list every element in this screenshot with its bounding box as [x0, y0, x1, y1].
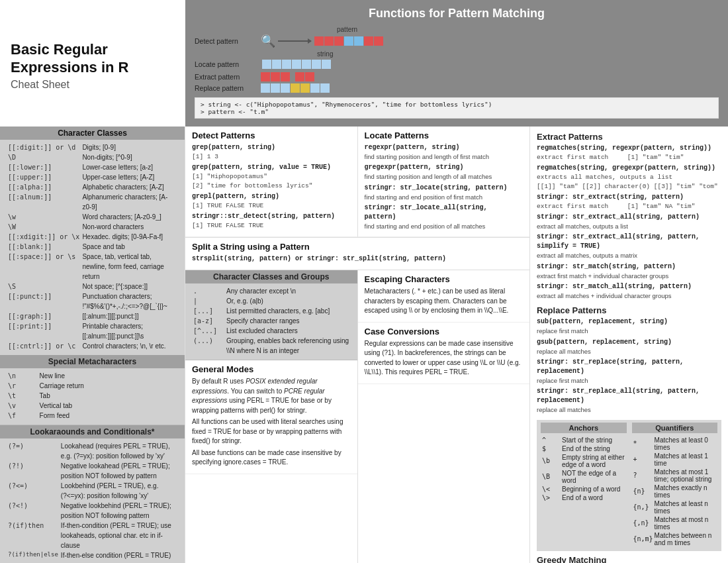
list-item: \fForm feed [7, 411, 178, 421]
locate-patterns-title: Locate Patterns [365, 130, 523, 140]
extract-label: Extract pattern [195, 73, 261, 81]
list-item: [[:space:]] or \sSpace, tab, vertical ta… [7, 252, 178, 282]
list-item: \bEmpty string at either edge of a word [542, 454, 625, 468]
list-item: [[:xdigit:]] or \xHexadec. digits; [0-9A… [7, 232, 178, 242]
list-item: regmatches(string, gregexpr(pattern, str… [537, 164, 721, 191]
list-item: ^Start of the string [542, 436, 625, 444]
list-item: stringr: str_extract(string, pattern) ex… [537, 193, 721, 211]
diagram-area: pattern Detect pattern 🔍 [195, 26, 719, 95]
list-item: \DNon-digits; [^0-9] [7, 152, 178, 162]
list-item: stringr: str_match_all(string, pattern) … [537, 282, 721, 300]
general-modes-title: General Modes [192, 364, 351, 374]
list-item: \BNOT the edge of a word [542, 470, 625, 484]
list-item: stringr: str_locate_all(string, pattern)… [365, 203, 523, 230]
list-item: [[:alpha:]]Alphabetic characters; [A-Z] [7, 182, 178, 192]
list-item: \WNon-word characters [7, 222, 178, 232]
locate-label: Locate pattern [195, 60, 261, 68]
list-item: regmatches(string, regexpr(pattern, stri… [537, 144, 721, 162]
list-item: {n}Matches exactly n times [633, 484, 717, 499]
general-modes-text3: All base functions can be made case inse… [192, 448, 351, 468]
escaping-text: Metacharacters (. * + etc.) can be used … [365, 287, 523, 316]
list-item: $End of the string [542, 445, 625, 452]
split-string-title: Split a String using a Pattern [192, 242, 523, 252]
middle-column: Detect Patterns grep(pattern, string) [1… [185, 127, 529, 563]
list-item: (?=) Lookahead (requires PERL = TRUE),e.… [7, 441, 178, 461]
locate-row: Locate pattern [195, 58, 719, 70]
page: Basic Regular Expressions in R Cheat She… [0, 0, 728, 563]
escaping-title: Escaping Characters [365, 274, 523, 284]
lookarounds-section: Lookaraounds and Conditionals* (?=) Look… [0, 425, 185, 563]
replace-row: Replace pattern [195, 83, 719, 93]
case-conversions-title: Case Conversions [365, 327, 523, 336]
list-item: grep(pattern, string) [1] 1 3 [192, 143, 351, 161]
lookarounds-content: (?=) Lookahead (requires PERL = TRUE),e.… [7, 441, 178, 563]
char-classes-groups-title: Character Classes and Groups [185, 270, 357, 283]
extract-row: Extract pattern [195, 72, 719, 81]
list-item: \SNot space; [^[:space:]] [7, 282, 178, 291]
replace-patterns-title: Replace Patterns [537, 305, 721, 315]
main-content: Character Classes [[:digit:]] or \dDigit… [0, 127, 728, 563]
list-item: stringr: str_match(string, pattern) extr… [537, 262, 721, 280]
anchors-quantifiers-area: Anchors ^Start of the string $End of the… [537, 420, 721, 551]
char-classes-groups-section: Character Classes and Groups .Any charac… [185, 270, 357, 360]
greedy-matching-section: Greedy Matching By default the asterisk … [537, 555, 721, 563]
code-example: > string <- c("Hiphopopotamus", "Rhymeno… [195, 97, 719, 119]
list-item: .Any character except \n [192, 286, 351, 296]
list-item: [[:graph:]][[:alnum:]][[:punct:]] [7, 311, 178, 321]
general-modes-section: General Modes By default R uses POSIX ex… [185, 360, 357, 474]
replace-patterns-section: Replace Patterns sub(pattern, replacemen… [537, 305, 721, 414]
list-item: stringr: str_extract_all(string, pattern… [537, 232, 721, 260]
extract-patterns-section: Extract Patterns regmatches(string, rege… [537, 132, 721, 300]
list-item: [[:upper:]]Upper-case letters; [A-Z] [7, 172, 178, 182]
list-item: \nNew line [7, 371, 178, 381]
replace-label: Replace pattern [195, 84, 261, 92]
subtitle: Cheat Sheet [11, 79, 175, 91]
list-item: [[:blank:]]Space and tab [7, 242, 178, 252]
list-item: [...]List permitted characters, e.g. [ab… [192, 306, 351, 316]
list-item: {n,m}Matches between n and m times [633, 532, 717, 546]
special-metacharacters-section: Special Metacharacters \nNew line \rCarr… [0, 355, 185, 425]
list-item: \>End of a word [542, 494, 625, 501]
middle-bottom: Character Classes and Groups .Any charac… [185, 270, 529, 563]
escaping-case-area: Escaping Characters Metacharacters (. * … [358, 270, 530, 563]
list-item: stringr::str_detect(string, pattern) [1]… [192, 212, 351, 230]
split-string-fn: strsplit(string, pattern) or stringr: st… [192, 254, 523, 264]
metacharacters-content: \nNew line \rCarriage return \tTab \vVer… [7, 371, 178, 421]
list-item: ?(if)then If-then-condition (PERL = TRUE… [7, 521, 178, 550]
locate-patterns-section: Locate Patterns regexpr(pattern, string)… [358, 127, 530, 237]
char-classes-section: Character Classes [[:digit:]] or \dDigit… [0, 127, 185, 355]
list-item: [[:digit:]] or \dDigits; [0-9] [7, 142, 178, 152]
char-classes-content: [[:digit:]] or \dDigits; [0-9] \DNon-dig… [7, 142, 178, 351]
list-item: (...)Grouping, enables back referencing … [192, 336, 351, 356]
list-item: (?<!) Negative lookbehind (PERL = TRUE);… [7, 501, 178, 521]
list-item: [a-z]Specify character ranges [192, 316, 351, 326]
list-item: |Or, e.g. (a|b) [192, 296, 351, 306]
functions-header: Functions for Pattern Matching [195, 7, 719, 21]
detect-patterns-title: Detect Patterns [192, 130, 351, 140]
list-item: [[:lower:]]Lower-case letters; [a-z] [7, 162, 178, 172]
main-title: Basic Regular Expressions in R [11, 41, 175, 76]
right-column: Extract Patterns regmatches(string, rege… [529, 127, 728, 563]
list-item: ?Matches at most 1 time; optional string [633, 468, 717, 483]
list-item: sub(pattern, replacement, string) replac… [537, 317, 721, 335]
list-item: stringr: str_locate(string, pattern) fin… [365, 183, 523, 201]
list-item: ?(if)then|else If-then-else condition (P… [7, 550, 178, 560]
list-item: \vVertical tab [7, 401, 178, 411]
greedy-matching-title: Greedy Matching [537, 555, 721, 563]
lookarounds-title: Lookaraounds and Conditionals* [0, 425, 185, 438]
left-column: Character Classes [[:digit:]] or \dDigit… [0, 127, 185, 563]
list-item: [^...]List excluded characters [192, 326, 351, 336]
list-item: *Matches at least 0 times [633, 436, 717, 451]
list-item: gsub(pattern, replacement, string) repla… [537, 338, 721, 356]
list-item: regexpr(pattern, string) find starting p… [365, 143, 523, 161]
list-item: {n,}Matches at least n times [633, 500, 717, 515]
case-conversions-section: Case Conversions Regular expressions can… [358, 323, 530, 384]
list-item: \<Beginning of a word [542, 486, 625, 493]
list-item: \rCarriage return [7, 381, 178, 391]
detect-label: Detect pattern [195, 37, 261, 45]
metacharacters-title: Special Metacharacters [0, 355, 185, 368]
string-label: string [317, 50, 333, 58]
anchors-section: Anchors ^Start of the string $End of the… [541, 423, 627, 548]
detect-row: Detect pattern 🔍 [195, 34, 719, 48]
list-item: \wWord characters; [A-z0-9_] [7, 212, 178, 222]
